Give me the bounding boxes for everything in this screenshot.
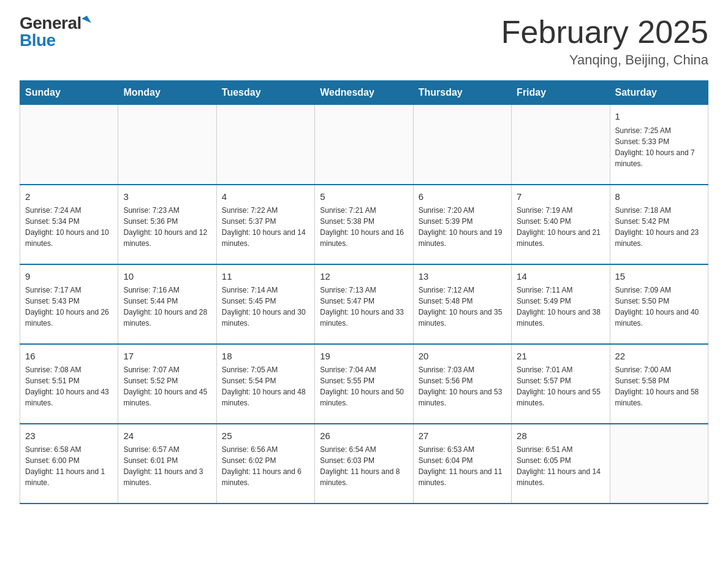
day-number: 16 [25,350,113,364]
day-number: 28 [517,429,604,443]
day-number: 11 [222,270,309,284]
day-number: 20 [419,350,506,364]
page-header: General Blue February 2025 Yanqing, Beij… [20,15,708,68]
calendar-day-cell: 22Sunrise: 7:00 AMSunset: 5:58 PMDayligh… [610,344,708,424]
day-info: Sunrise: 7:07 AMSunset: 5:52 PMDaylight:… [123,364,211,408]
header-sunday: Sunday [20,81,118,105]
day-number: 22 [615,350,703,364]
day-info: Sunrise: 7:05 AMSunset: 5:54 PMDaylight:… [222,364,309,408]
day-info: Sunrise: 7:03 AMSunset: 5:56 PMDaylight:… [419,364,506,408]
day-info: Sunrise: 7:18 AMSunset: 5:42 PMDaylight:… [615,205,703,249]
day-number: 25 [222,429,309,443]
calendar-day-cell: 25Sunrise: 6:56 AMSunset: 6:02 PMDayligh… [216,424,314,504]
calendar-day-cell: 8Sunrise: 7:18 AMSunset: 5:42 PMDaylight… [610,185,708,264]
day-number: 24 [123,429,211,443]
calendar-day-cell [216,105,314,185]
calendar-day-cell: 23Sunrise: 6:58 AMSunset: 6:00 PMDayligh… [20,424,118,504]
calendar-day-cell: 17Sunrise: 7:07 AMSunset: 5:52 PMDayligh… [118,344,216,424]
day-info: Sunrise: 7:24 AMSunset: 5:34 PMDaylight:… [25,205,113,249]
day-info: Sunrise: 7:16 AMSunset: 5:44 PMDaylight:… [123,285,211,329]
header-friday: Friday [512,81,610,105]
calendar-table: Sunday Monday Tuesday Wednesday Thursday… [20,80,708,504]
day-number: 3 [123,190,211,204]
day-info: Sunrise: 7:19 AMSunset: 5:40 PMDaylight:… [517,205,604,249]
calendar-day-cell: 10Sunrise: 7:16 AMSunset: 5:44 PMDayligh… [118,264,216,344]
calendar-day-cell: 13Sunrise: 7:12 AMSunset: 5:48 PMDayligh… [413,264,511,344]
day-info: Sunrise: 6:58 AMSunset: 6:00 PMDaylight:… [25,444,113,488]
day-number: 13 [419,270,506,284]
header-saturday: Saturday [610,81,708,105]
calendar-day-cell: 26Sunrise: 6:54 AMSunset: 6:03 PMDayligh… [315,424,413,504]
day-number: 2 [25,190,113,204]
calendar-day-cell: 6Sunrise: 7:20 AMSunset: 5:39 PMDaylight… [413,185,511,264]
location-title: Yanqing, Beijing, China [501,52,708,68]
logo-general-text: General [20,15,82,32]
header-wednesday: Wednesday [315,81,413,105]
day-info: Sunrise: 6:51 AMSunset: 6:05 PMDaylight:… [517,444,604,488]
day-number: 15 [615,270,703,284]
day-info: Sunrise: 7:12 AMSunset: 5:48 PMDaylight:… [419,285,506,329]
day-number: 23 [25,429,113,443]
calendar-day-cell: 12Sunrise: 7:13 AMSunset: 5:47 PMDayligh… [315,264,413,344]
calendar-week-row: 9Sunrise: 7:17 AMSunset: 5:43 PMDaylight… [20,264,708,344]
calendar-header: Sunday Monday Tuesday Wednesday Thursday… [20,81,708,105]
calendar-week-row: 1Sunrise: 7:25 AMSunset: 5:33 PMDaylight… [20,105,708,185]
day-number: 18 [222,350,309,364]
calendar-day-cell: 1Sunrise: 7:25 AMSunset: 5:33 PMDaylight… [610,105,708,185]
calendar-day-cell: 16Sunrise: 7:08 AMSunset: 5:51 PMDayligh… [20,344,118,424]
day-number: 17 [123,350,211,364]
day-info: Sunrise: 6:56 AMSunset: 6:02 PMDaylight:… [222,444,309,488]
day-info: Sunrise: 7:21 AMSunset: 5:38 PMDaylight:… [320,205,408,249]
calendar-body: 1Sunrise: 7:25 AMSunset: 5:33 PMDaylight… [20,105,708,504]
day-number: 10 [123,270,211,284]
calendar-day-cell: 21Sunrise: 7:01 AMSunset: 5:57 PMDayligh… [512,344,610,424]
day-number: 5 [320,190,408,204]
day-number: 12 [320,270,408,284]
day-number: 4 [222,190,309,204]
calendar-day-cell: 18Sunrise: 7:05 AMSunset: 5:54 PMDayligh… [216,344,314,424]
day-info: Sunrise: 7:17 AMSunset: 5:43 PMDaylight:… [25,285,113,329]
day-number: 27 [419,429,506,443]
day-info: Sunrise: 6:53 AMSunset: 6:04 PMDaylight:… [419,444,506,488]
calendar-day-cell: 15Sunrise: 7:09 AMSunset: 5:50 PMDayligh… [610,264,708,344]
calendar-day-cell [413,105,511,185]
day-info: Sunrise: 7:08 AMSunset: 5:51 PMDaylight:… [25,364,113,408]
day-info: Sunrise: 7:14 AMSunset: 5:45 PMDaylight:… [222,285,309,329]
day-info: Sunrise: 7:13 AMSunset: 5:47 PMDaylight:… [320,285,408,329]
header-monday: Monday [118,81,216,105]
day-info: Sunrise: 7:09 AMSunset: 5:50 PMDaylight:… [615,285,703,329]
header-tuesday: Tuesday [216,81,314,105]
month-title: February 2025 [501,15,708,50]
calendar-day-cell: 2Sunrise: 7:24 AMSunset: 5:34 PMDaylight… [20,185,118,264]
logo-blue-text: Blue [20,32,56,49]
day-info: Sunrise: 7:20 AMSunset: 5:39 PMDaylight:… [419,205,506,249]
calendar-day-cell: 11Sunrise: 7:14 AMSunset: 5:45 PMDayligh… [216,264,314,344]
calendar-day-cell [118,105,216,185]
day-info: Sunrise: 7:00 AMSunset: 5:58 PMDaylight:… [615,364,703,408]
calendar-day-cell: 19Sunrise: 7:04 AMSunset: 5:55 PMDayligh… [315,344,413,424]
day-number: 19 [320,350,408,364]
day-number: 1 [615,110,703,124]
logo: General Blue [20,15,89,49]
day-number: 14 [517,270,604,284]
calendar-day-cell: 28Sunrise: 6:51 AMSunset: 6:05 PMDayligh… [512,424,610,504]
day-info: Sunrise: 7:25 AMSunset: 5:33 PMDaylight:… [615,125,703,169]
calendar-day-cell: 14Sunrise: 7:11 AMSunset: 5:49 PMDayligh… [512,264,610,344]
logo-arrow-icon [82,15,91,26]
day-info: Sunrise: 6:54 AMSunset: 6:03 PMDaylight:… [320,444,408,488]
calendar-day-cell: 3Sunrise: 7:23 AMSunset: 5:36 PMDaylight… [118,185,216,264]
calendar-week-row: 16Sunrise: 7:08 AMSunset: 5:51 PMDayligh… [20,344,708,424]
day-info: Sunrise: 7:23 AMSunset: 5:36 PMDaylight:… [123,205,211,249]
header-thursday: Thursday [413,81,511,105]
calendar-day-cell: 7Sunrise: 7:19 AMSunset: 5:40 PMDaylight… [512,185,610,264]
day-info: Sunrise: 7:11 AMSunset: 5:49 PMDaylight:… [517,285,604,329]
calendar-week-row: 23Sunrise: 6:58 AMSunset: 6:00 PMDayligh… [20,424,708,504]
calendar-day-cell: 9Sunrise: 7:17 AMSunset: 5:43 PMDaylight… [20,264,118,344]
day-info: Sunrise: 7:22 AMSunset: 5:37 PMDaylight:… [222,205,309,249]
calendar-day-cell: 4Sunrise: 7:22 AMSunset: 5:37 PMDaylight… [216,185,314,264]
day-info: Sunrise: 7:01 AMSunset: 5:57 PMDaylight:… [517,364,604,408]
day-info: Sunrise: 6:57 AMSunset: 6:01 PMDaylight:… [123,444,211,488]
calendar-day-cell: 20Sunrise: 7:03 AMSunset: 5:56 PMDayligh… [413,344,511,424]
calendar-day-cell [610,424,708,504]
calendar-week-row: 2Sunrise: 7:24 AMSunset: 5:34 PMDaylight… [20,185,708,264]
